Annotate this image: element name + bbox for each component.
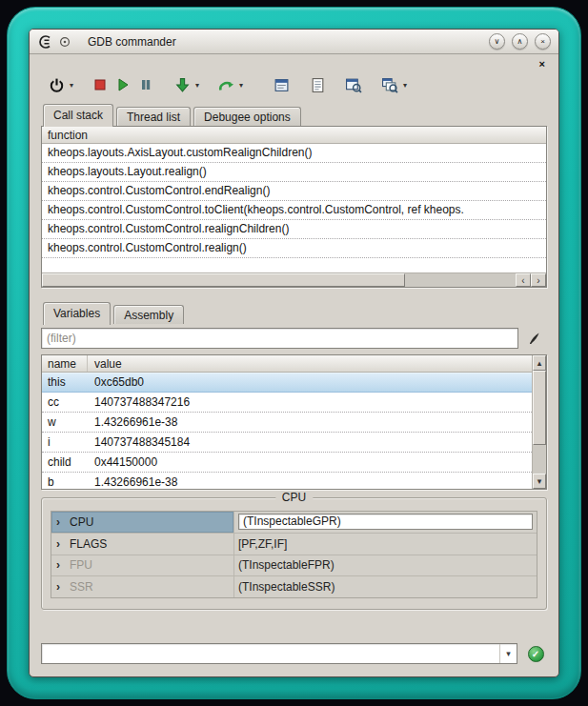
table-row[interactable]: › SSR (TInspectableSSR) <box>51 576 537 597</box>
tab-debugee-options[interactable]: Debugee options <box>193 107 301 126</box>
register-value: (TInspectableSSR) <box>238 580 335 594</box>
cpu-row-name[interactable]: › SSR <box>51 576 234 597</box>
window-buttons: ∨ ∧ × <box>489 33 551 50</box>
table-row[interactable]: › FPU (TInspectableFPR) <box>51 555 537 577</box>
column-header-name[interactable]: name <box>42 355 88 372</box>
list-item[interactable]: kheops.control.CustomControl.realignChil… <box>42 220 546 239</box>
tab-label: Debugee options <box>204 111 291 124</box>
var-name: w <box>42 413 88 432</box>
var-name: child <box>42 453 88 472</box>
run-button[interactable] <box>112 72 134 97</box>
table-row[interactable]: this 0xc65db0 <box>42 373 532 393</box>
cpu-row-name[interactable]: › FPU <box>51 555 234 576</box>
execute-button[interactable]: ✓ <box>524 642 547 665</box>
var-value: 140737488347216 <box>88 393 532 412</box>
table-row[interactable]: child 0x44150000 <box>42 453 532 473</box>
list-item[interactable]: kheops.layouts.AxisLayout.customRealignC… <box>42 144 546 163</box>
window-decoration-frame: GDB commander ∨ ∧ × × <box>7 7 581 699</box>
expander-icon[interactable]: › <box>56 517 65 527</box>
expander-icon[interactable]: › <box>56 560 65 570</box>
table-row[interactable]: i 140737488345184 <box>42 433 532 453</box>
maximize-button[interactable]: ∧ <box>512 33 528 50</box>
scroll-down-button[interactable]: ▾ <box>533 474 546 489</box>
output-button[interactable] <box>270 72 293 97</box>
call-stack-column-header[interactable]: function <box>42 127 546 144</box>
power-button[interactable] <box>45 72 68 97</box>
scrollbar-thumb[interactable] <box>42 273 405 287</box>
expander-icon[interactable]: › <box>56 582 65 592</box>
power-menu-button[interactable]: ▾ <box>68 81 75 90</box>
scroll-right-button[interactable]: › <box>531 273 546 287</box>
value-editor[interactable]: (TInspectableGPR) <box>238 514 533 530</box>
var-value: 1.43266961e-38 <box>88 473 532 489</box>
gdb-commander-window: GDB commander ∨ ∧ × × <box>29 29 559 677</box>
play-icon <box>115 77 131 92</box>
register-group-label: FPU <box>70 558 92 572</box>
watch-window-button[interactable] <box>342 72 365 97</box>
step-down-menu-button[interactable]: ▾ <box>193 81 201 90</box>
variables-grid: name value this 0xc65db0 cc 140737488347… <box>41 354 547 490</box>
scroll-right-icon: › <box>537 275 539 286</box>
watch-window-icon <box>345 77 362 93</box>
cpu-row-value: [PF,ZF,IF] <box>234 534 537 555</box>
command-combobox[interactable]: ▾ <box>41 643 517 664</box>
pane-close-button[interactable]: × <box>537 58 547 70</box>
tab-assembly[interactable]: Assembly <box>113 305 184 324</box>
inspector-button[interactable] <box>378 72 401 97</box>
tab-label: Variables <box>53 307 100 320</box>
column-header-value[interactable]: value <box>88 357 122 371</box>
table-row[interactable]: cc 140737488347216 <box>42 393 532 413</box>
pause-button[interactable] <box>134 72 157 97</box>
tab-label: Call stack <box>53 109 103 122</box>
expander-icon[interactable]: › <box>56 539 65 549</box>
command-input[interactable] <box>42 644 499 663</box>
app-badge-icon <box>59 36 71 48</box>
table-row[interactable]: b 1.43266961e-38 <box>42 473 532 489</box>
check-glyph: ✓ <box>532 649 539 659</box>
table-row[interactable]: › FLAGS [PF,ZF,IF] <box>51 534 537 555</box>
tab-variables[interactable]: Variables <box>43 302 111 325</box>
middle-tab-bar: Variables Assembly <box>41 301 547 324</box>
scroll-left-button[interactable]: ‹ <box>516 273 531 287</box>
scrollbar-thumb[interactable] <box>533 371 546 445</box>
tab-call-stack[interactable]: Call stack <box>43 104 113 127</box>
list-item[interactable]: kheops.control.CustomControl.realign() <box>42 239 546 258</box>
step-over-button[interactable] <box>214 72 237 97</box>
step-over-menu-button[interactable]: ▾ <box>237 81 245 90</box>
cpu-groupbox: CPU › CPU (TInspectableGPR) › <box>41 497 547 610</box>
filter-input[interactable] <box>41 328 518 349</box>
call-stack-panel: function kheops.layouts.AxisLayout.custo… <box>41 126 547 288</box>
list-item[interactable]: kheops.control.CustomControl.toClient(kh… <box>42 201 546 220</box>
close-button[interactable]: × <box>535 33 551 50</box>
dock-header: × <box>41 56 547 71</box>
scroll-up-button[interactable]: ▴ <box>533 355 546 371</box>
horizontal-scrollbar[interactable]: ‹ › <box>42 272 546 287</box>
combo-dropdown-button[interactable]: ▾ <box>499 644 517 663</box>
tab-label: Assembly <box>124 309 173 322</box>
var-value: 1.43266961e-38 <box>88 413 532 432</box>
curved-arrow-icon <box>217 77 234 93</box>
step-down-button[interactable] <box>171 72 193 97</box>
cpu-row-value: (TInspectableSSR) <box>234 576 537 597</box>
output-window-icon <box>274 77 290 93</box>
titlebar[interactable]: GDB commander ∨ ∧ × <box>30 30 558 54</box>
vertical-scrollbar[interactable]: ▴ ▾ <box>532 355 546 489</box>
filter-options-button[interactable] <box>522 327 547 350</box>
stop-button[interactable] <box>89 72 112 97</box>
list-item[interactable]: kheops.layouts.Layout.realign() <box>42 163 546 182</box>
cpu-row-name[interactable]: › FLAGS <box>51 534 234 555</box>
scrollbar-trough[interactable] <box>405 273 516 287</box>
inspector-icon <box>381 77 398 93</box>
scrollbar-trough[interactable] <box>533 445 546 474</box>
inspector-menu-button[interactable]: ▾ <box>401 81 409 90</box>
table-row[interactable]: › CPU (TInspectableGPR) <box>51 512 537 534</box>
app-icon <box>37 34 71 50</box>
top-tab-bar: Call stack Thread list Debugee options <box>41 103 547 126</box>
tab-thread-list[interactable]: Thread list <box>116 107 191 126</box>
filter-row <box>41 327 547 350</box>
list-item[interactable]: kheops.control.CustomControl.endRealign(… <box>42 182 546 201</box>
table-row[interactable]: w 1.43266961e-38 <box>42 413 532 433</box>
command-list-button[interactable] <box>306 72 329 97</box>
cpu-row-name[interactable]: › CPU <box>51 512 234 533</box>
minimize-button[interactable]: ∨ <box>489 33 505 50</box>
